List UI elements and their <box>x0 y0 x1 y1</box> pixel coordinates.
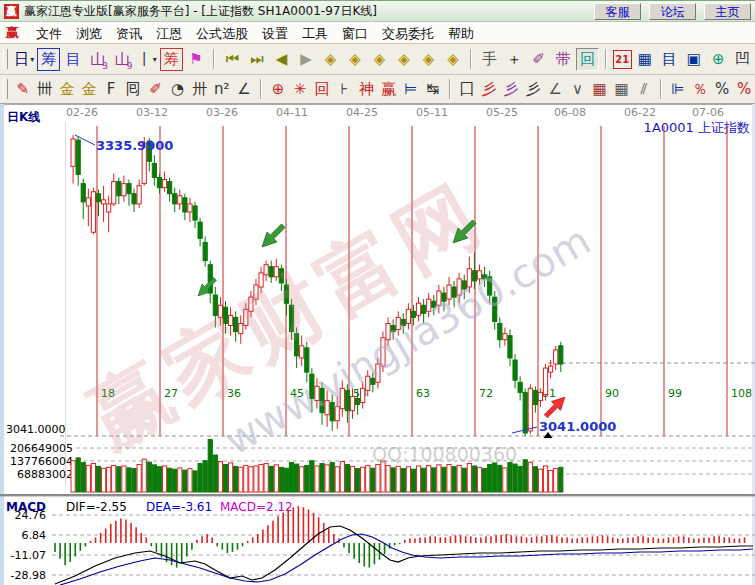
toolbar-gann-starburst-icon[interactable]: ✳ <box>290 78 310 101</box>
title-bar: 赢 赢家江恩专业版[赢家服务平台] - [上证指数 SH1A0001-97日K线… <box>0 0 755 22</box>
toolbar-fan-lines-icon[interactable]: 彡 <box>479 78 499 101</box>
candle-body <box>168 182 172 194</box>
toolbar-step-forward-icon[interactable]: ▶ <box>295 48 318 71</box>
toolbar-grid-block-icon[interactable]: ▦ <box>590 78 610 101</box>
toolbar-memo-icon[interactable]: 目 <box>658 48 681 71</box>
toolbar-skip-end-icon[interactable]: ⏭ <box>246 48 269 71</box>
toolbar-angle-measure-icon[interactable]: ∠ <box>234 78 254 101</box>
toolbar-parallel-lines-icon[interactable]: ⫽ <box>634 78 654 101</box>
toolbar-diamond-down-icon[interactable]: ◈ <box>417 48 440 71</box>
volume-bar <box>112 465 116 492</box>
candle-body <box>513 360 517 380</box>
toolbar-fan-square-icon[interactable]: 彡 <box>523 78 543 101</box>
toolbar-gann-grid-icon[interactable]: 卌 <box>35 78 55 101</box>
toolbar-calendar-icon[interactable]: 21 <box>613 50 632 69</box>
toolbar-time-clock-icon[interactable]: ◔ <box>168 78 188 101</box>
toolbar-square-of-nine-icon[interactable]: n² <box>212 78 232 101</box>
candle-body <box>188 204 192 212</box>
toolbar-terminal-icon[interactable]: 凹 <box>732 48 755 71</box>
customer-service-button[interactable]: 客服 <box>594 3 641 20</box>
menu-item-窗口[interactable]: 窗口 <box>335 26 375 41</box>
toolbar-web-sync-icon[interactable]: ⊕ <box>707 48 730 71</box>
volume-bar <box>168 468 172 492</box>
toolbar-diamond-fit-icon[interactable]: ◈ <box>442 48 465 71</box>
toolbar-span-measure-icon[interactable]: ↹ <box>423 78 443 101</box>
candle-body <box>122 184 126 196</box>
toolbar-hand-tool-icon[interactable]: 手 <box>478 48 501 71</box>
toolbar-square-spiral-icon[interactable]: 回 <box>312 78 332 101</box>
homepage-button[interactable]: 主页 <box>704 3 751 20</box>
toolbar-price-ruler-icon[interactable]: ⊨ <box>401 78 421 101</box>
volume-bar <box>396 466 400 492</box>
toolbar-chip-tool-active-icon[interactable]: 筹 <box>160 48 183 71</box>
toolbar-kline-style-dropdown[interactable]: 日▾ <box>13 48 36 71</box>
menu-item-工具[interactable]: 工具 <box>295 26 335 41</box>
toolbar-chip-distribution-icon[interactable]: 筹 <box>37 48 60 71</box>
toolbar-separator <box>260 79 262 99</box>
high-annotation: 3335.9900 <box>96 138 173 153</box>
menu-item-交易委托[interactable]: 交易委托 <box>375 26 441 41</box>
menu-item-设置[interactable]: 设置 <box>255 26 295 41</box>
toolbar-angle-pen-icon[interactable]: ✐ <box>145 78 165 101</box>
toolbar-shen-grid-icon[interactable]: 神 <box>356 78 376 101</box>
toolbar-calculator-icon[interactable]: ▦ <box>634 48 657 71</box>
toolbar-percent-red-icon[interactable]: % <box>734 78 754 101</box>
volume-bar <box>457 465 461 492</box>
pane-divider <box>0 494 755 496</box>
toolbar-diamond-left-icon[interactable]: ◈ <box>319 48 342 71</box>
toolbar-diamond-right-icon[interactable]: ◈ <box>344 48 367 71</box>
toolbar-save-disk-icon[interactable]: ▣ <box>683 48 706 71</box>
menu-item-文件[interactable]: 文件 <box>29 26 69 41</box>
toolbar-spiral-tool-icon[interactable]: 囘 <box>123 78 143 101</box>
volume-axis-label: 206649005 <box>10 442 73 455</box>
toolbar-acute-lines-icon[interactable]: ∠ <box>545 78 565 101</box>
toolbar-percent-retrace-icon[interactable]: ％ <box>690 78 710 101</box>
menu-item-帮助[interactable]: 帮助 <box>441 26 481 41</box>
volume-bar <box>147 462 151 492</box>
volume-bar <box>518 466 522 492</box>
toolbar-volume-flag-icon[interactable]: ⚑ <box>185 48 208 71</box>
toolbar-smart-brain-icon[interactable]: 回 <box>576 48 599 71</box>
toolbar-single-candle-dropdown[interactable]: 〡▾ <box>136 48 159 71</box>
volume-bar <box>71 461 75 492</box>
volume-bar <box>279 467 283 492</box>
toolbar-ribbon-tool-icon[interactable]: 带 <box>552 48 575 71</box>
toolbar-draw-pen-icon[interactable]: ✐ <box>527 48 550 71</box>
toolbar-bars-3-icon[interactable]: 山3 <box>87 48 110 71</box>
volume-bar <box>447 464 451 492</box>
chart-canvas[interactable]: 日K线02-2603-1203-2604-1104-2505-1105-2506… <box>0 104 755 585</box>
toolbar-measure-123-icon[interactable]: ⊫ <box>668 78 688 101</box>
toolbar-fibonacci-grid-icon[interactable]: F <box>101 78 121 101</box>
toolbar-bars-9-icon[interactable]: 山9 <box>111 48 134 71</box>
volume-bar <box>107 467 111 492</box>
volume-bar <box>274 465 278 492</box>
toolbar-percent-icon[interactable]: % <box>712 78 732 101</box>
toolbar-price-grid-icon[interactable]: 卅 <box>190 78 210 101</box>
toolbar-diamond-expand-icon[interactable]: ◈ <box>368 48 391 71</box>
menu-item-公式选股[interactable]: 公式选股 <box>189 26 255 41</box>
toolbar-yingjia-grid-icon[interactable]: 赢 <box>379 78 399 101</box>
menu-item-浏览[interactable]: 浏览 <box>69 26 109 41</box>
forum-button[interactable]: 论坛 <box>649 3 696 20</box>
toolbar-crosshair-tool-icon[interactable]: ＋ <box>503 48 526 71</box>
toolbar-gold-grid-icon[interactable]: 金 <box>57 78 77 101</box>
volume-bar <box>264 464 268 492</box>
toolbar-gold-grid2-icon[interactable]: 金 <box>79 78 99 101</box>
toolbar-trend-pen-icon[interactable]: ✎ <box>13 78 33 101</box>
toolbar-skip-start-icon[interactable]: ⏮ <box>221 48 244 71</box>
candle-body <box>554 350 558 364</box>
toolbar-gann-target-icon[interactable]: ⊕ <box>268 78 288 101</box>
toolbar-zigzag-icon[interactable]: ∨ <box>567 78 587 101</box>
candle-body <box>86 198 90 206</box>
toolbar-step-back-icon[interactable]: ◀ <box>270 48 293 71</box>
toolbar-i-channel-icon[interactable]: ⊦ <box>334 78 354 101</box>
toolbar-f10-info-icon[interactable]: 目 <box>62 48 85 71</box>
toolbar-diamond-up-icon[interactable]: ◈ <box>393 48 416 71</box>
volume-bar <box>472 466 476 492</box>
volume-bar <box>345 464 349 492</box>
menu-item-江恩[interactable]: 江恩 <box>149 26 189 41</box>
toolbar-grid-block2-icon[interactable]: ▦ <box>612 78 632 101</box>
toolbar-box-tool-icon[interactable]: 囗 <box>457 78 477 101</box>
menu-item-资讯[interactable]: 资讯 <box>109 26 149 41</box>
toolbar-fan-box-icon[interactable]: 彡 <box>501 78 521 101</box>
